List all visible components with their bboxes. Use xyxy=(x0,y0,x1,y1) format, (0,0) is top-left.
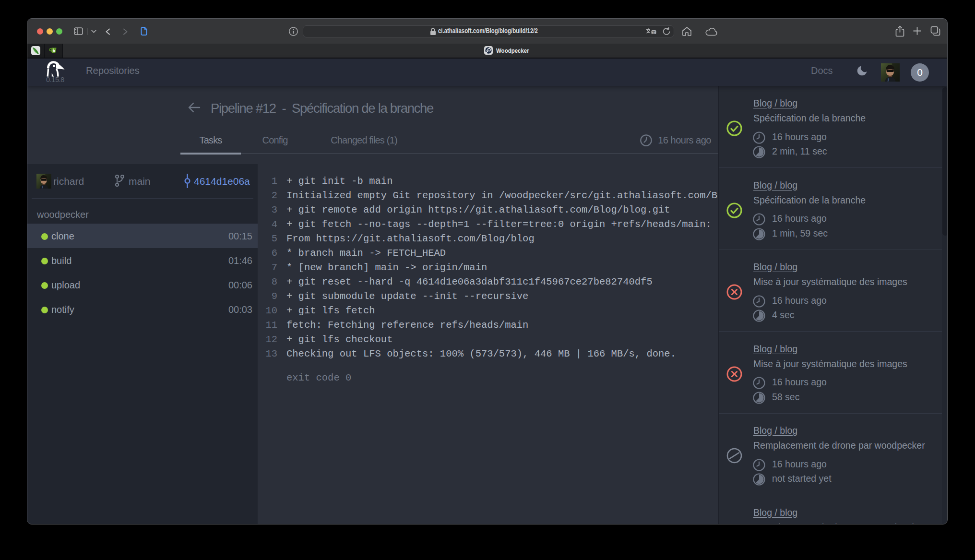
svg-text:文: 文 xyxy=(652,30,655,34)
